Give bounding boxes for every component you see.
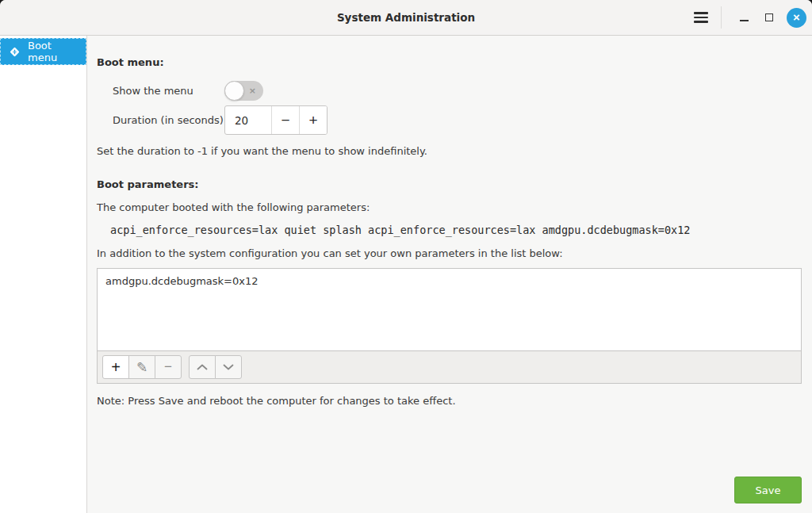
add-icon: + — [111, 358, 121, 377]
move-down-button[interactable] — [215, 355, 242, 379]
titlebar-controls: × — [688, 4, 812, 31]
close-button[interactable]: × — [787, 8, 806, 28]
duration-decrease-button[interactable]: − — [271, 106, 299, 134]
move-up-button[interactable] — [189, 355, 216, 379]
sidebar-item-label: Boot menu — [28, 40, 79, 63]
titlebar-separator — [721, 6, 722, 29]
minimize-button[interactable] — [733, 6, 755, 29]
app-body: Boot menu Boot menu: Show the menu × Dur… — [0, 36, 812, 513]
duration-label: Duration (in seconds) — [113, 114, 224, 126]
duration-increase-button[interactable]: + — [299, 106, 327, 134]
boot-menu-section-title: Boot menu: — [97, 56, 802, 68]
boot-parameters-section-title: Boot parameters: — [97, 178, 802, 190]
toggle-knob — [224, 81, 244, 101]
toggle-off-icon: × — [249, 86, 256, 95]
edit-button-group: + ✎ − — [102, 355, 182, 379]
duration-spinbutton: − + — [224, 105, 327, 135]
show-menu-toggle[interactable]: × — [224, 81, 263, 101]
maximize-icon — [765, 13, 773, 21]
boot-menu-icon — [8, 45, 21, 59]
hamburger-icon — [694, 12, 708, 23]
list-item[interactable]: amdgpu.dcdebugmask=0x12 — [98, 269, 801, 293]
edit-icon: ✎ — [136, 359, 147, 376]
booted-parameters-value: acpi_enforce_resources=lax quiet splash … — [97, 224, 802, 236]
show-menu-label: Show the menu — [113, 85, 224, 97]
chevron-down-icon — [223, 364, 234, 370]
system-administration-window: System Administration × — [0, 0, 812, 513]
duration-hint-text: Set the duration to -1 if you want the m… — [97, 145, 802, 157]
duration-row: Duration (in seconds) − + — [97, 105, 802, 135]
duration-input[interactable] — [225, 106, 271, 134]
parameters-list-toolbar: + ✎ − — [97, 351, 802, 384]
move-button-group — [189, 355, 242, 379]
maximize-button[interactable] — [758, 6, 780, 29]
titlebar: System Administration × — [0, 0, 812, 36]
minus-icon: − — [281, 113, 289, 128]
show-menu-row: Show the menu × — [97, 80, 802, 101]
app-menu-button[interactable] — [688, 4, 714, 31]
plus-icon: + — [308, 113, 317, 128]
save-note-text: Note: Press Save and reboot the computer… — [97, 395, 802, 407]
chevron-up-icon — [197, 364, 208, 370]
save-button[interactable]: Save — [734, 477, 802, 503]
close-icon: × — [793, 11, 800, 23]
booted-with-label: The computer booted with the following p… — [97, 201, 802, 213]
remove-parameter-button[interactable]: − — [155, 355, 182, 379]
add-parameter-button[interactable]: + — [102, 355, 129, 379]
sidebar: Boot menu — [0, 36, 87, 513]
parameters-list[interactable]: amdgpu.dcdebugmask=0x12 — [97, 268, 802, 351]
own-parameters-label: In addition to the system configuration … — [97, 247, 802, 259]
sidebar-item-boot-menu[interactable]: Boot menu — [0, 38, 86, 65]
edit-parameter-button[interactable]: ✎ — [128, 355, 155, 379]
minimize-icon — [740, 20, 749, 21]
remove-icon: − — [164, 359, 172, 375]
main-content: Boot menu: Show the menu × Duration (in … — [87, 36, 812, 513]
